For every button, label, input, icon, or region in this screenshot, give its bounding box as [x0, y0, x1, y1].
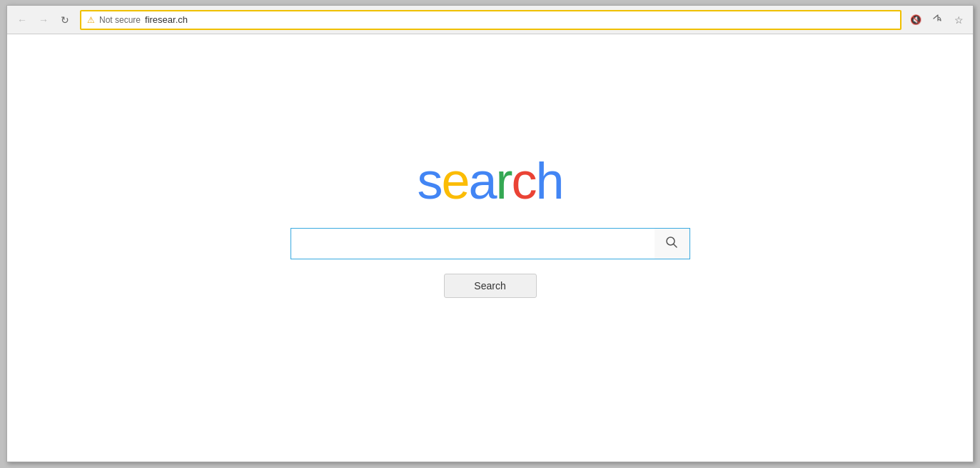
url-input[interactable]: [145, 14, 894, 25]
logo-e: e: [441, 152, 468, 209]
nav-buttons: ← → ↻: [13, 11, 74, 29]
search-box-container: [291, 228, 690, 259]
reload-button[interactable]: ↻: [56, 11, 74, 29]
back-icon: ←: [17, 14, 27, 26]
page-content: search Search: [7, 34, 973, 462]
share-icon: [932, 14, 942, 26]
share-button[interactable]: [929, 11, 946, 29]
logo-h: h: [536, 152, 563, 209]
not-secure-label: Not secure: [99, 15, 141, 25]
svg-line-1: [674, 244, 677, 248]
reload-icon: ↻: [61, 14, 69, 26]
mute-button[interactable]: 🔇: [907, 11, 924, 29]
search-button[interactable]: Search: [444, 274, 537, 298]
logo-r: r: [496, 152, 512, 209]
bookmark-button[interactable]: ☆: [950, 11, 967, 29]
logo-a: a: [468, 152, 495, 209]
toolbar-right: 🔇 ☆: [907, 11, 967, 29]
back-button[interactable]: ←: [13, 11, 31, 29]
security-warning-icon: ⚠: [87, 15, 95, 25]
forward-icon: →: [39, 14, 49, 26]
browser-toolbar: ← → ↻ ⚠ Not secure 🔇: [7, 6, 973, 34]
search-icon-button[interactable]: [655, 228, 690, 259]
search-button-label: Search: [474, 280, 505, 292]
bookmark-icon: ☆: [954, 14, 964, 26]
browser-window: ← → ↻ ⚠ Not secure 🔇: [6, 5, 974, 462]
magnifier-icon: [665, 236, 678, 252]
site-logo: search: [417, 155, 562, 206]
address-bar[interactable]: ⚠ Not secure: [80, 10, 901, 30]
logo-c: c: [512, 152, 536, 209]
search-input[interactable]: [291, 228, 655, 259]
logo-s: s: [417, 152, 441, 209]
forward-button[interactable]: →: [34, 11, 53, 29]
mute-icon: 🔇: [910, 14, 921, 25]
